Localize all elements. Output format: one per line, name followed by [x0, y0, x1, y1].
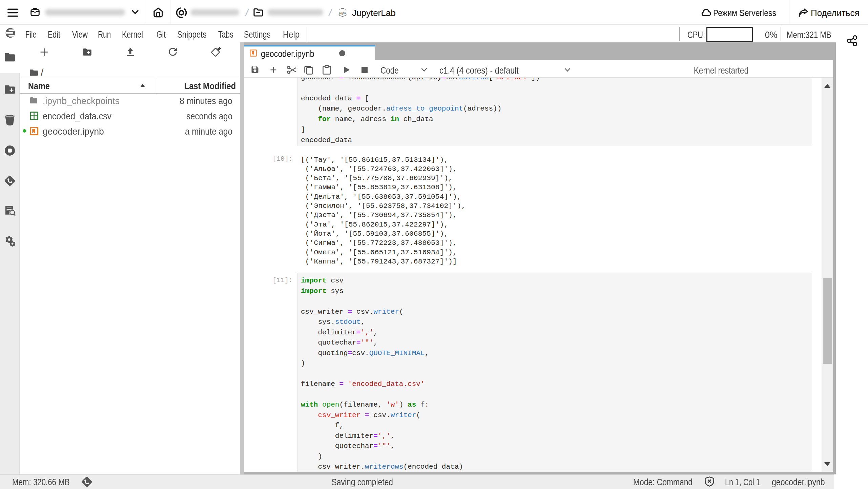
svg-text:jupyter: jupyter	[339, 12, 346, 15]
